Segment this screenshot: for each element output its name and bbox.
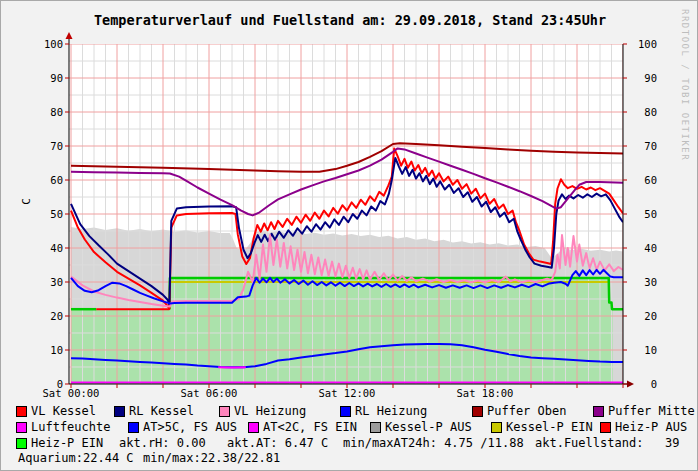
y-tick-label-right: 40 bbox=[623, 243, 657, 254]
legend-label: RL Heizung bbox=[355, 405, 427, 418]
legend-item: Kessel-P AUS bbox=[370, 421, 472, 434]
legend-label: Aquarium:22.44 C bbox=[18, 452, 134, 465]
y-tick-label: 100 bbox=[29, 39, 63, 50]
x-tick-label: Sat 18:00 bbox=[457, 388, 514, 399]
y-tick-label: 50 bbox=[29, 209, 63, 220]
y-tick-label: 60 bbox=[29, 175, 63, 186]
legend-swatch bbox=[16, 406, 27, 417]
legend-label: AT<2C, FS EIN bbox=[263, 421, 357, 434]
legend-item: AT<2C, FS EIN bbox=[248, 421, 357, 434]
y-tick-label-right: 20 bbox=[623, 311, 657, 322]
y-tick-label: 30 bbox=[29, 277, 63, 288]
legend-status-text: akt.AT: 6.47 C bbox=[227, 437, 328, 450]
legend-swatch bbox=[600, 422, 611, 433]
legend-item: Luftfeuchte bbox=[16, 421, 110, 434]
legend-item: VL Kessel bbox=[16, 405, 96, 418]
legend-item: Puffer Mitte bbox=[593, 405, 695, 418]
legend-item: RL Kessel bbox=[114, 405, 194, 418]
legend-swatch bbox=[370, 422, 381, 433]
legend-label: VL Kessel bbox=[31, 405, 96, 418]
legend-label: min/max:22.38/22.81 bbox=[143, 452, 280, 465]
legend-swatch bbox=[340, 406, 351, 417]
y-tick-label-right: 80 bbox=[623, 107, 657, 118]
legend-label: Luftfeuchte bbox=[31, 421, 110, 434]
legend-label: Kessel-P AUS bbox=[385, 421, 472, 434]
legend-item: Heiz-P AUS bbox=[600, 421, 687, 434]
legend-label: Kessel-P EIN bbox=[506, 421, 593, 434]
legend-label: akt.Fuellstand: 39 bbox=[535, 437, 680, 450]
y-tick-label-right: 100 bbox=[623, 39, 657, 50]
y-tick-label: 20 bbox=[29, 311, 63, 322]
legend-swatch bbox=[219, 406, 230, 417]
legend-label: VL Heizung bbox=[234, 405, 306, 418]
legend-label: min/maxAT24h: 4.75 /11.88 bbox=[343, 437, 524, 450]
legend-item: VL Heizung bbox=[219, 405, 306, 418]
legend-item: Puffer Oben bbox=[472, 405, 566, 418]
legend-status-text: min/max:22.38/22.81 bbox=[143, 452, 280, 465]
legend-status-text: akt.rH: 0.00 bbox=[119, 437, 206, 450]
y-tick-label-right: 10 bbox=[623, 345, 657, 356]
y-tick-label-right: 50 bbox=[623, 209, 657, 220]
y-axis-arrow-icon bbox=[66, 32, 73, 39]
legend-label: RL Kessel bbox=[129, 405, 194, 418]
legend-item: RL Heizung bbox=[340, 405, 427, 418]
y-tick-label-right: 90 bbox=[623, 73, 657, 84]
legend-label: akt.rH: 0.00 bbox=[119, 437, 206, 450]
legend-swatch bbox=[114, 406, 125, 417]
y-tick-label-right: 0 bbox=[623, 379, 657, 390]
legend-swatch bbox=[248, 422, 259, 433]
legend-label: Puffer Mitte bbox=[608, 405, 695, 418]
legend-swatch bbox=[491, 422, 502, 433]
legend-label: akt.AT: 6.47 C bbox=[227, 437, 328, 450]
x-tick-label: Sat 06:00 bbox=[181, 388, 238, 399]
x-tick-label: Sat 00:00 bbox=[43, 388, 100, 399]
legend-swatch bbox=[16, 438, 27, 449]
x-tick-label: Sat 12:00 bbox=[319, 388, 376, 399]
legend-item: Heiz-P EIN bbox=[16, 437, 103, 450]
y-tick-label: 10 bbox=[29, 345, 63, 356]
legend-swatch bbox=[128, 422, 139, 433]
legend-swatch bbox=[593, 406, 604, 417]
legend-label: Puffer Oben bbox=[487, 405, 566, 418]
y-tick-label-right: 70 bbox=[623, 141, 657, 152]
legend-swatch bbox=[472, 406, 483, 417]
chart-canvas bbox=[1, 1, 698, 471]
y-tick-label: 80 bbox=[29, 107, 63, 118]
y-tick-label: 90 bbox=[29, 73, 63, 84]
legend-swatch bbox=[16, 422, 27, 433]
legend-label: Heiz-P AUS bbox=[615, 421, 687, 434]
rrd-graph: Temperaturverlauf und Fuellstand am: 29.… bbox=[0, 0, 698, 471]
y-tick-label-right: 30 bbox=[623, 277, 657, 288]
legend-status-text: akt.Fuellstand: 39 bbox=[535, 437, 680, 450]
legend-label: Heiz-P EIN bbox=[31, 437, 103, 450]
y-tick-label: 70 bbox=[29, 141, 63, 152]
legend-item: Kessel-P EIN bbox=[491, 421, 593, 434]
y-tick-label: 40 bbox=[29, 243, 63, 254]
legend-status-text: min/maxAT24h: 4.75 /11.88 bbox=[343, 437, 524, 450]
legend-label: AT>5C, FS AUS bbox=[143, 421, 237, 434]
legend-item: AT>5C, FS AUS bbox=[128, 421, 237, 434]
y-tick-label-right: 60 bbox=[623, 175, 657, 186]
legend-status-text: Aquarium:22.44 C bbox=[18, 452, 134, 465]
